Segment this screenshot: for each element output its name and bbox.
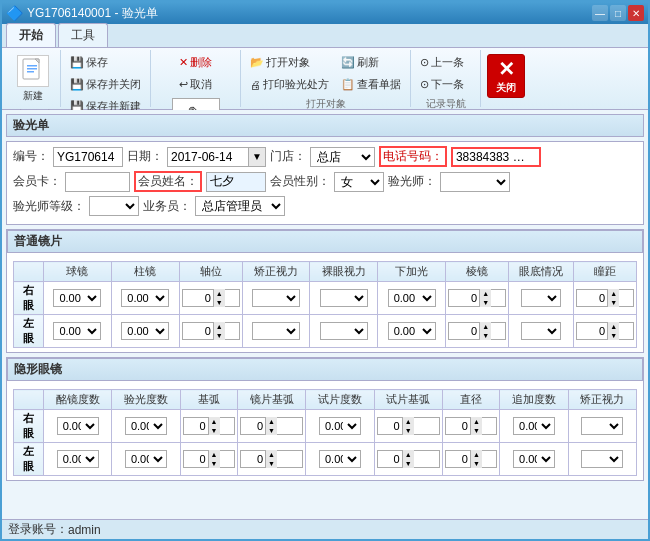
ct-l-c7-down[interactable]: ▼: [470, 459, 482, 468]
left-leng-input[interactable]: [449, 325, 479, 337]
right-yan-select[interactable]: [521, 289, 561, 307]
ct-r-c8[interactable]: 0.00: [513, 417, 555, 435]
right-zhou-input[interactable]: [183, 292, 213, 304]
right-tong-up[interactable]: ▲: [607, 289, 619, 298]
ct-r-c9[interactable]: [581, 417, 623, 435]
right-qiu-select[interactable]: 0.00: [53, 289, 101, 307]
right-luo-select[interactable]: [320, 289, 368, 307]
left-yan-select[interactable]: [521, 322, 561, 340]
ct-r-c3-input[interactable]: [184, 420, 208, 432]
next-button[interactable]: ⊙ 下一条: [415, 74, 476, 95]
left-tong-down[interactable]: ▼: [607, 331, 619, 340]
ct-r-c7-input[interactable]: [446, 420, 470, 432]
right-zhou-spin: ▲ ▼: [182, 289, 240, 307]
contact-right-row: 右眼 0.00 0.00 ▲ ▼: [14, 410, 637, 443]
close-button[interactable]: ✕ 关闭: [487, 54, 525, 98]
right-tong-down[interactable]: ▼: [607, 298, 619, 307]
left-leng-down[interactable]: ▼: [479, 331, 491, 340]
ct-l-c7-input[interactable]: [446, 453, 470, 465]
ct-r-c4-down[interactable]: ▼: [265, 426, 277, 435]
ct-r-c6-input[interactable]: [378, 420, 402, 432]
ct-r-c3-up[interactable]: ▲: [208, 417, 220, 426]
refresh-button[interactable]: 🔄 刷新: [336, 52, 406, 73]
left-zhou-input[interactable]: [183, 325, 213, 337]
left-leng-up[interactable]: ▲: [479, 322, 491, 331]
window-close-button[interactable]: ✕: [628, 5, 644, 21]
delete-button[interactable]: ✕ 删除: [174, 52, 217, 73]
ct-l-c4-input[interactable]: [241, 453, 265, 465]
date-picker-button[interactable]: ▼: [248, 148, 265, 166]
phone-label: 电话号码：: [379, 146, 447, 167]
ct-l-c9[interactable]: [581, 450, 623, 468]
ct-r-c7-down[interactable]: ▼: [470, 426, 482, 435]
view-record-button[interactable]: 📋 查看单据: [336, 74, 406, 95]
save-close-button[interactable]: 💾 保存并关闭: [65, 74, 146, 95]
left-jiao-cell: [242, 315, 310, 348]
ct-l-c1[interactable]: 0.00: [57, 450, 99, 468]
right-xia-select[interactable]: 0.00: [388, 289, 436, 307]
minimize-button[interactable]: —: [592, 5, 608, 21]
save-button[interactable]: 💾 保存: [65, 52, 146, 73]
ct-l-c4-down[interactable]: ▼: [265, 459, 277, 468]
ct-r-c5[interactable]: 0.00: [319, 417, 361, 435]
ct-l-c3-input[interactable]: [184, 453, 208, 465]
code-input[interactable]: [53, 147, 123, 167]
right-leng-down[interactable]: ▼: [479, 298, 491, 307]
main-scroll[interactable]: 验光单 编号： 日期： ▼ 门店：: [2, 110, 648, 519]
right-leng-input[interactable]: [449, 292, 479, 304]
left-luo-select[interactable]: [320, 322, 368, 340]
member-name-input[interactable]: [206, 172, 266, 192]
left-tong-up[interactable]: ▲: [607, 322, 619, 331]
status-label: 登录账号：: [8, 521, 68, 538]
ct-l-c3-down[interactable]: ▼: [208, 459, 220, 468]
ribbon-group-save: 💾 保存 💾 保存并关闭 💾 保存并新建 保存: [61, 50, 151, 107]
ct-r-c2[interactable]: 0.00: [125, 417, 167, 435]
date-input[interactable]: [168, 149, 248, 165]
store-select[interactable]: 总店: [310, 147, 375, 167]
ct-l-c4-up[interactable]: ▲: [265, 450, 277, 459]
ct-l-c6-down[interactable]: ▼: [402, 459, 414, 468]
right-jiao-select[interactable]: [252, 289, 300, 307]
optometrist-select[interactable]: [440, 172, 510, 192]
left-zhu-select[interactable]: 0.00: [121, 322, 169, 340]
left-xia-select[interactable]: 0.00: [388, 322, 436, 340]
ct-l-c7-up[interactable]: ▲: [470, 450, 482, 459]
ct-r-c6-down[interactable]: ▼: [402, 426, 414, 435]
ct-r-c6-up[interactable]: ▲: [402, 417, 414, 426]
ct-r-c4-up[interactable]: ▲: [265, 417, 277, 426]
right-leng-up[interactable]: ▲: [479, 289, 491, 298]
ct-l-c3-up[interactable]: ▲: [208, 450, 220, 459]
left-jiao-select[interactable]: [252, 322, 300, 340]
prev-button[interactable]: ⊙ 上一条: [415, 52, 476, 73]
maximize-button[interactable]: □: [610, 5, 626, 21]
left-zhou-up[interactable]: ▲: [213, 322, 225, 331]
ct-r-c4-input[interactable]: [241, 420, 265, 432]
member-input[interactable]: [65, 172, 130, 192]
new-button[interactable]: 新建: [10, 52, 56, 106]
ct-l-c5[interactable]: 0.00: [319, 450, 361, 468]
phone-input[interactable]: [451, 147, 541, 167]
ct-l-c6-up[interactable]: ▲: [402, 450, 414, 459]
tab-start[interactable]: 开始: [6, 23, 56, 47]
open-object-button[interactable]: 📂 打开对象: [245, 52, 334, 73]
ct-r-c1[interactable]: 0.00: [57, 417, 99, 435]
ct-r-c7-up[interactable]: ▲: [470, 417, 482, 426]
optometrist-level-select[interactable]: [89, 196, 139, 216]
ct-l-c2[interactable]: 0.00: [125, 450, 167, 468]
right-tong-input[interactable]: [577, 292, 607, 304]
member-gender-select[interactable]: 女 男: [334, 172, 384, 192]
print-prescription-button[interactable]: 🖨 打印验光处方: [245, 74, 334, 95]
cancel-button[interactable]: ↩ 取消: [174, 74, 217, 95]
tab-bar: 开始 工具: [2, 24, 648, 48]
right-zhou-down[interactable]: ▼: [213, 298, 225, 307]
right-zhou-up[interactable]: ▲: [213, 289, 225, 298]
ct-r-c3-down[interactable]: ▼: [208, 426, 220, 435]
left-tong-input[interactable]: [577, 325, 607, 337]
left-qiu-select[interactable]: 0.00: [53, 322, 101, 340]
salesperson-select[interactable]: 总店管理员: [195, 196, 285, 216]
ct-l-c6-input[interactable]: [378, 453, 402, 465]
left-zhou-down[interactable]: ▼: [213, 331, 225, 340]
ct-l-c8[interactable]: 0.00: [513, 450, 555, 468]
tab-tools[interactable]: 工具: [58, 23, 108, 47]
right-zhu-select[interactable]: 0.00: [121, 289, 169, 307]
